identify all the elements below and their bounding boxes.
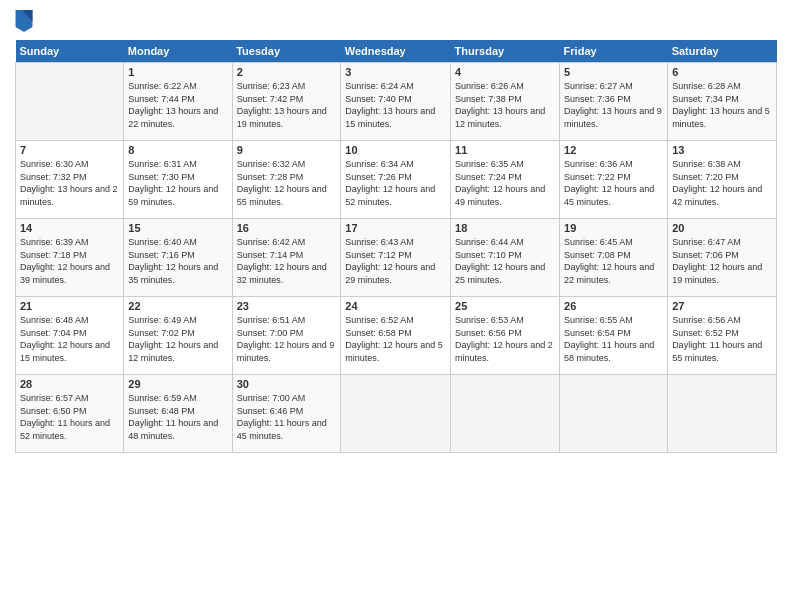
logo xyxy=(15,10,36,32)
day-number: 6 xyxy=(672,66,772,78)
day-number: 12 xyxy=(564,144,663,156)
calendar-cell: 18Sunrise: 6:44 AMSunset: 7:10 PMDayligh… xyxy=(451,219,560,297)
day-info: Sunrise: 6:35 AMSunset: 7:24 PMDaylight:… xyxy=(455,158,555,208)
day-info: Sunrise: 6:31 AMSunset: 7:30 PMDaylight:… xyxy=(128,158,227,208)
calendar-cell: 13Sunrise: 6:38 AMSunset: 7:20 PMDayligh… xyxy=(668,141,777,219)
day-info: Sunrise: 6:34 AMSunset: 7:26 PMDaylight:… xyxy=(345,158,446,208)
header-sunday: Sunday xyxy=(16,40,124,63)
day-number: 7 xyxy=(20,144,119,156)
day-number: 20 xyxy=(672,222,772,234)
calendar-cell: 12Sunrise: 6:36 AMSunset: 7:22 PMDayligh… xyxy=(560,141,668,219)
day-info: Sunrise: 6:32 AMSunset: 7:28 PMDaylight:… xyxy=(237,158,337,208)
calendar-cell xyxy=(16,63,124,141)
calendar-cell: 9Sunrise: 6:32 AMSunset: 7:28 PMDaylight… xyxy=(232,141,341,219)
calendar-cell xyxy=(560,375,668,453)
header-monday: Monday xyxy=(124,40,232,63)
calendar-week-4: 21Sunrise: 6:48 AMSunset: 7:04 PMDayligh… xyxy=(16,297,777,375)
day-info: Sunrise: 7:00 AMSunset: 6:46 PMDaylight:… xyxy=(237,392,337,442)
logo-icon xyxy=(15,10,33,32)
day-number: 9 xyxy=(237,144,337,156)
day-number: 2 xyxy=(237,66,337,78)
day-info: Sunrise: 6:44 AMSunset: 7:10 PMDaylight:… xyxy=(455,236,555,286)
day-number: 18 xyxy=(455,222,555,234)
day-number: 11 xyxy=(455,144,555,156)
calendar-cell: 15Sunrise: 6:40 AMSunset: 7:16 PMDayligh… xyxy=(124,219,232,297)
calendar-body: 1Sunrise: 6:22 AMSunset: 7:44 PMDaylight… xyxy=(16,63,777,453)
day-number: 10 xyxy=(345,144,446,156)
day-info: Sunrise: 6:39 AMSunset: 7:18 PMDaylight:… xyxy=(20,236,119,286)
calendar-cell: 7Sunrise: 6:30 AMSunset: 7:32 PMDaylight… xyxy=(16,141,124,219)
day-info: Sunrise: 6:55 AMSunset: 6:54 PMDaylight:… xyxy=(564,314,663,364)
header-friday: Friday xyxy=(560,40,668,63)
day-info: Sunrise: 6:24 AMSunset: 7:40 PMDaylight:… xyxy=(345,80,446,130)
calendar-cell xyxy=(668,375,777,453)
calendar-cell: 4Sunrise: 6:26 AMSunset: 7:38 PMDaylight… xyxy=(451,63,560,141)
calendar-week-5: 28Sunrise: 6:57 AMSunset: 6:50 PMDayligh… xyxy=(16,375,777,453)
day-number: 1 xyxy=(128,66,227,78)
calendar-cell: 29Sunrise: 6:59 AMSunset: 6:48 PMDayligh… xyxy=(124,375,232,453)
calendar-cell: 17Sunrise: 6:43 AMSunset: 7:12 PMDayligh… xyxy=(341,219,451,297)
day-number: 13 xyxy=(672,144,772,156)
day-info: Sunrise: 6:47 AMSunset: 7:06 PMDaylight:… xyxy=(672,236,772,286)
calendar-week-2: 7Sunrise: 6:30 AMSunset: 7:32 PMDaylight… xyxy=(16,141,777,219)
header xyxy=(15,10,777,32)
day-info: Sunrise: 6:40 AMSunset: 7:16 PMDaylight:… xyxy=(128,236,227,286)
day-info: Sunrise: 6:27 AMSunset: 7:36 PMDaylight:… xyxy=(564,80,663,130)
day-number: 25 xyxy=(455,300,555,312)
calendar-week-1: 1Sunrise: 6:22 AMSunset: 7:44 PMDaylight… xyxy=(16,63,777,141)
header-tuesday: Tuesday xyxy=(232,40,341,63)
calendar-cell: 10Sunrise: 6:34 AMSunset: 7:26 PMDayligh… xyxy=(341,141,451,219)
calendar-cell: 25Sunrise: 6:53 AMSunset: 6:56 PMDayligh… xyxy=(451,297,560,375)
day-info: Sunrise: 6:42 AMSunset: 7:14 PMDaylight:… xyxy=(237,236,337,286)
header-row: Sunday Monday Tuesday Wednesday Thursday… xyxy=(16,40,777,63)
header-wednesday: Wednesday xyxy=(341,40,451,63)
calendar-table: Sunday Monday Tuesday Wednesday Thursday… xyxy=(15,40,777,453)
calendar-cell: 24Sunrise: 6:52 AMSunset: 6:58 PMDayligh… xyxy=(341,297,451,375)
day-info: Sunrise: 6:52 AMSunset: 6:58 PMDaylight:… xyxy=(345,314,446,364)
day-number: 22 xyxy=(128,300,227,312)
day-number: 26 xyxy=(564,300,663,312)
day-number: 4 xyxy=(455,66,555,78)
calendar-cell: 26Sunrise: 6:55 AMSunset: 6:54 PMDayligh… xyxy=(560,297,668,375)
calendar-cell: 30Sunrise: 7:00 AMSunset: 6:46 PMDayligh… xyxy=(232,375,341,453)
day-info: Sunrise: 6:30 AMSunset: 7:32 PMDaylight:… xyxy=(20,158,119,208)
header-saturday: Saturday xyxy=(668,40,777,63)
day-number: 16 xyxy=(237,222,337,234)
day-info: Sunrise: 6:26 AMSunset: 7:38 PMDaylight:… xyxy=(455,80,555,130)
day-number: 29 xyxy=(128,378,227,390)
day-info: Sunrise: 6:51 AMSunset: 7:00 PMDaylight:… xyxy=(237,314,337,364)
day-info: Sunrise: 6:38 AMSunset: 7:20 PMDaylight:… xyxy=(672,158,772,208)
day-info: Sunrise: 6:22 AMSunset: 7:44 PMDaylight:… xyxy=(128,80,227,130)
day-number: 23 xyxy=(237,300,337,312)
day-info: Sunrise: 6:59 AMSunset: 6:48 PMDaylight:… xyxy=(128,392,227,442)
calendar-cell: 28Sunrise: 6:57 AMSunset: 6:50 PMDayligh… xyxy=(16,375,124,453)
calendar-cell: 21Sunrise: 6:48 AMSunset: 7:04 PMDayligh… xyxy=(16,297,124,375)
day-info: Sunrise: 6:57 AMSunset: 6:50 PMDaylight:… xyxy=(20,392,119,442)
day-number: 19 xyxy=(564,222,663,234)
day-number: 15 xyxy=(128,222,227,234)
calendar-cell: 3Sunrise: 6:24 AMSunset: 7:40 PMDaylight… xyxy=(341,63,451,141)
day-number: 5 xyxy=(564,66,663,78)
calendar-cell: 1Sunrise: 6:22 AMSunset: 7:44 PMDaylight… xyxy=(124,63,232,141)
day-number: 3 xyxy=(345,66,446,78)
day-info: Sunrise: 6:48 AMSunset: 7:04 PMDaylight:… xyxy=(20,314,119,364)
day-number: 24 xyxy=(345,300,446,312)
day-number: 30 xyxy=(237,378,337,390)
day-number: 21 xyxy=(20,300,119,312)
calendar-cell: 27Sunrise: 6:56 AMSunset: 6:52 PMDayligh… xyxy=(668,297,777,375)
calendar-cell: 2Sunrise: 6:23 AMSunset: 7:42 PMDaylight… xyxy=(232,63,341,141)
day-number: 17 xyxy=(345,222,446,234)
day-info: Sunrise: 6:53 AMSunset: 6:56 PMDaylight:… xyxy=(455,314,555,364)
day-info: Sunrise: 6:23 AMSunset: 7:42 PMDaylight:… xyxy=(237,80,337,130)
day-info: Sunrise: 6:28 AMSunset: 7:34 PMDaylight:… xyxy=(672,80,772,130)
day-number: 14 xyxy=(20,222,119,234)
calendar-cell: 20Sunrise: 6:47 AMSunset: 7:06 PMDayligh… xyxy=(668,219,777,297)
day-info: Sunrise: 6:45 AMSunset: 7:08 PMDaylight:… xyxy=(564,236,663,286)
header-thursday: Thursday xyxy=(451,40,560,63)
calendar-cell xyxy=(341,375,451,453)
day-number: 28 xyxy=(20,378,119,390)
day-info: Sunrise: 6:56 AMSunset: 6:52 PMDaylight:… xyxy=(672,314,772,364)
calendar-cell: 19Sunrise: 6:45 AMSunset: 7:08 PMDayligh… xyxy=(560,219,668,297)
calendar-cell: 22Sunrise: 6:49 AMSunset: 7:02 PMDayligh… xyxy=(124,297,232,375)
calendar-week-3: 14Sunrise: 6:39 AMSunset: 7:18 PMDayligh… xyxy=(16,219,777,297)
